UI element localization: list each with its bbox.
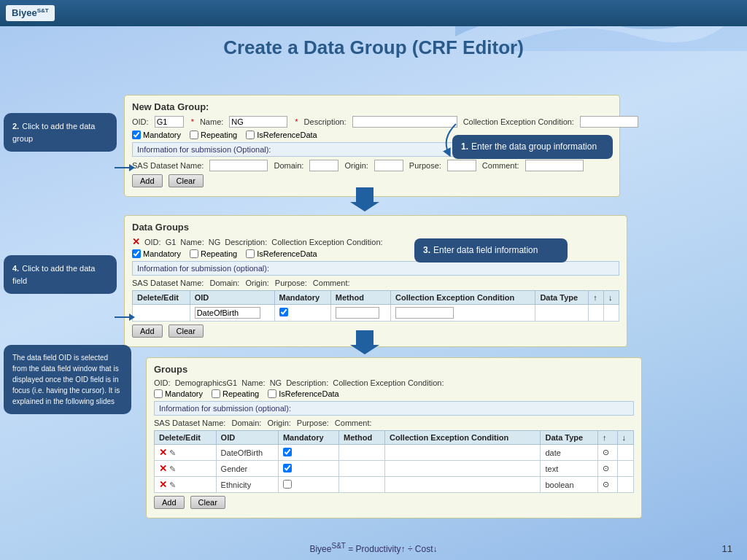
- col-de3: Delete/Edit: [155, 431, 217, 445]
- oid-input[interactable]: [155, 116, 184, 128]
- oid-dob: DateOfBirth: [216, 445, 278, 461]
- add-button1[interactable]: Add: [132, 174, 163, 187]
- table-row: ✕ ✎ Ethnicity boolean ⊙: [155, 477, 634, 493]
- mandatory-cb3: Mandatory: [154, 389, 203, 398]
- repeating-label: Repeating: [201, 131, 237, 139]
- delete-dob[interactable]: ✕: [159, 447, 167, 458]
- col-oid3: OID: [216, 431, 278, 445]
- table-row: ✕ ✎ Gender text ⊙: [155, 461, 634, 477]
- collection-field-input[interactable]: [395, 307, 454, 319]
- isref-checkbox-item: IsReferenceData: [246, 131, 317, 139]
- repeating-label2: Repeating: [201, 249, 237, 258]
- delete-eth[interactable]: ✕: [159, 479, 167, 490]
- up-eth[interactable]: ⊙: [603, 480, 609, 489]
- mand-gender[interactable]: [283, 464, 292, 472]
- optional-section3: Information for submission (optional):: [154, 401, 634, 416]
- callout-step2: 2.Click to add the data group: [4, 113, 117, 152]
- method-input[interactable]: [336, 307, 379, 319]
- mandatory-label3: Mandatory: [165, 389, 203, 398]
- table-row: ✕ ✎ DateOfBirth date ⊙: [155, 445, 634, 461]
- clear-button2[interactable]: Clear: [169, 324, 204, 338]
- clear-button3[interactable]: Clear: [190, 496, 225, 509]
- collection-label2: Collection Exception Condition:: [271, 238, 382, 246]
- edit-dob[interactable]: ✎: [169, 448, 176, 457]
- sas-label2: SAS Dataset Name:: [132, 279, 204, 287]
- svg-marker-0: [350, 187, 379, 211]
- origin-label1: Origin:: [344, 161, 368, 170]
- note-text: The data field OID is selected from the …: [12, 354, 120, 405]
- repeating-cb3: Repeating: [212, 389, 259, 398]
- svg-marker-1: [350, 330, 379, 354]
- name-label2: Name:: [180, 238, 204, 246]
- callout4-number: 4.: [12, 264, 19, 273]
- groups-panel: Groups OID: DemographicsG1 Name: NG Desc…: [146, 357, 642, 518]
- isref-checkbox2[interactable]: [246, 249, 255, 258]
- logo-sup: S&T: [37, 7, 49, 14]
- mandatory-field-checkbox[interactable]: [279, 308, 288, 316]
- isref-label3: IsReferenceData: [279, 389, 339, 398]
- oid-field-input[interactable]: [195, 307, 260, 319]
- collection-input[interactable]: [580, 116, 638, 128]
- repeating-checkbox[interactable]: [190, 131, 198, 139]
- comment-input1[interactable]: [525, 160, 584, 171]
- logo: BiyeeS&T: [6, 5, 55, 20]
- isref-checkbox3[interactable]: [268, 389, 276, 398]
- mandatory-checkbox2[interactable]: [132, 249, 141, 258]
- mand-eth[interactable]: [283, 480, 292, 489]
- name-label: Name:: [200, 117, 223, 126]
- desc-label2: Description:: [225, 238, 267, 246]
- domain-label3: Domain:: [231, 419, 261, 427]
- add-button3[interactable]: Add: [154, 496, 185, 509]
- repeating-checkbox3[interactable]: [212, 389, 220, 398]
- delete-icon-panel2[interactable]: ✕: [132, 236, 140, 247]
- edit-eth[interactable]: ✎: [169, 481, 176, 489]
- domain-label1: Domain:: [274, 161, 303, 170]
- callout-step3: 3.Enter data field information: [414, 238, 568, 262]
- repeating-checkbox2[interactable]: [190, 249, 198, 258]
- dt-dob: date: [541, 445, 597, 461]
- mandatory-checkbox-item2: Mandatory: [132, 249, 181, 258]
- repeating-checkbox-item2: Repeating: [190, 249, 237, 258]
- sas-label3: SAS Dataset Name:: [154, 419, 225, 427]
- oid-gender: Gender: [216, 461, 278, 477]
- isref-label2: IsReferenceData: [257, 249, 317, 258]
- cell-collection: [391, 305, 535, 322]
- down-arrow-2: [350, 327, 379, 359]
- top-bar: BiyeeS&T: [0, 0, 747, 26]
- col-datatype: Data Type: [535, 291, 589, 305]
- origin-input1[interactable]: [374, 160, 403, 171]
- name-value2: NG: [209, 238, 221, 246]
- desc-input[interactable]: [352, 116, 457, 128]
- sas-input1[interactable]: [209, 160, 268, 171]
- isref-checkbox-item2: IsReferenceData: [246, 249, 317, 258]
- mandatory-label2: Mandatory: [143, 249, 181, 258]
- delete-gender[interactable]: ✕: [159, 463, 167, 474]
- data-fields-table: Delete/Edit OID Mandatory Method Collect…: [132, 290, 619, 322]
- mandatory-checkbox[interactable]: [132, 131, 141, 139]
- add-button2[interactable]: Add: [132, 324, 163, 338]
- note-callout: The data field OID is selected from the …: [4, 345, 131, 414]
- oid-label3: OID:: [154, 378, 171, 387]
- edit-gender[interactable]: ✎: [169, 464, 176, 473]
- callout1-number: 1.: [461, 141, 468, 152]
- isref-checkbox[interactable]: [246, 131, 255, 139]
- panel2-title: Data Groups: [132, 222, 619, 233]
- mandatory-checkbox3[interactable]: [154, 389, 163, 398]
- clear-button1[interactable]: Clear: [169, 174, 204, 187]
- up-dob[interactable]: ⊙: [603, 448, 609, 456]
- oid-required: *: [191, 117, 194, 126]
- name-input[interactable]: [229, 116, 287, 128]
- col-coll3: Collection Exception Condition: [385, 431, 541, 445]
- domain-input1[interactable]: [309, 160, 338, 171]
- purpose-input1[interactable]: [447, 160, 476, 171]
- mand-dob[interactable]: [283, 448, 292, 456]
- isref-label: IsReferenceData: [257, 131, 317, 139]
- callout3-number: 3.: [423, 245, 430, 255]
- purpose-label1: Purpose:: [409, 161, 441, 170]
- up-gender[interactable]: ⊙: [603, 464, 609, 472]
- page-number: 11: [722, 543, 732, 554]
- isref-cb3: IsReferenceData: [268, 389, 339, 398]
- col-dn3: ↓: [617, 431, 633, 445]
- domain-label2: Domain:: [209, 279, 239, 287]
- col-delete-edit: Delete/Edit: [133, 291, 190, 305]
